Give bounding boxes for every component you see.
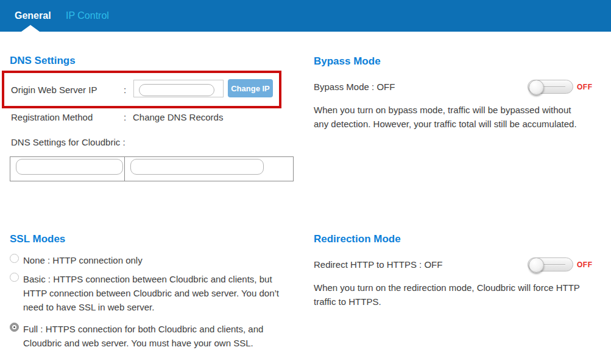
toggle-knob-icon[interactable] bbox=[529, 257, 544, 273]
bypass-mode-toggle[interactable] bbox=[528, 80, 573, 94]
origin-colon: : bbox=[124, 85, 126, 95]
redirection-mode-title: Redirection Mode bbox=[314, 233, 401, 245]
ssl-option-none-label: None : HTTP connection only bbox=[23, 253, 288, 267]
radio-selected-icon[interactable] bbox=[10, 323, 19, 332]
toggle-knob-icon[interactable] bbox=[529, 80, 544, 95]
dns-settings-for-cloudbric-label: DNS Settings for Cloudbric : bbox=[11, 137, 125, 147]
dns-records-table bbox=[10, 156, 294, 181]
redirection-mode-toggle[interactable] bbox=[528, 257, 573, 271]
active-tab-pointer-icon bbox=[21, 25, 40, 32]
bypass-off-label: OFF bbox=[577, 83, 593, 91]
change-ip-button[interactable]: Change IP bbox=[228, 79, 273, 97]
bypass-mode-title: Bypass Mode bbox=[314, 55, 381, 68]
tab-ip-control[interactable]: IP Control bbox=[66, 0, 109, 32]
redacted-dns-value-1 bbox=[16, 159, 123, 175]
registration-method-value: Change DNS Records bbox=[133, 112, 223, 122]
bypass-mode-status-label: Bypass Mode : OFF bbox=[314, 82, 395, 92]
settings-page: General IP Control DNS Settings Origin W… bbox=[0, 0, 611, 364]
registration-method-label: Registration Method bbox=[11, 112, 93, 122]
origin-ip-input[interactable] bbox=[133, 80, 224, 97]
table-column-divider bbox=[124, 157, 125, 181]
redacted-dns-value-2 bbox=[130, 159, 264, 175]
ssl-option-full-label: Full : HTTPS connection for both Cloudbr… bbox=[23, 322, 288, 350]
ssl-option-basic-label: Basic : HTTPS connection between Cloudbr… bbox=[23, 272, 288, 314]
redirect-off-label: OFF bbox=[577, 261, 593, 269]
ssl-option-none[interactable]: None : HTTP connection only bbox=[10, 253, 288, 267]
ssl-modes-title: SSL Modes bbox=[10, 233, 65, 245]
redacted-ip-value bbox=[139, 84, 214, 96]
tab-bar: General IP Control bbox=[0, 0, 611, 32]
registration-colon: : bbox=[124, 112, 126, 122]
dns-settings-title: DNS Settings bbox=[10, 55, 76, 67]
bypass-mode-description: When you turn on bypass mode, traffic wi… bbox=[314, 103, 603, 131]
redirect-status-label: Redirect HTTP to HTTPS : OFF bbox=[314, 259, 442, 270]
radio-icon[interactable] bbox=[10, 273, 19, 282]
ssl-option-full[interactable]: Full : HTTPS connection for both Cloudbr… bbox=[10, 322, 288, 350]
ssl-option-basic[interactable]: Basic : HTTPS connection between Cloudbr… bbox=[10, 272, 288, 314]
redirection-mode-description: When you turn on the redirection mode, C… bbox=[314, 281, 603, 309]
radio-icon[interactable] bbox=[10, 254, 19, 263]
origin-web-server-ip-label: Origin Web Server IP bbox=[11, 85, 97, 95]
